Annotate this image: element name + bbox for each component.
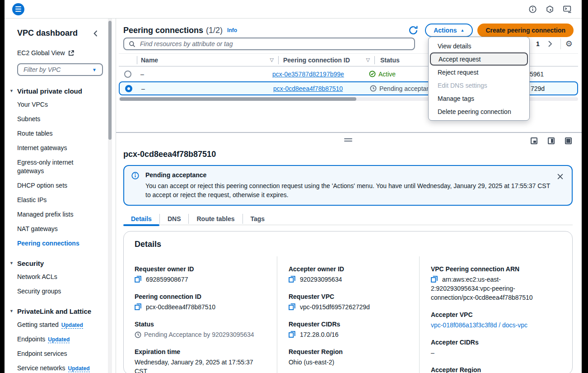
panel-position-side-icon[interactable] bbox=[548, 137, 555, 144]
detail-field: Accepter owner ID 920293095634 bbox=[289, 265, 407, 284]
column-header-name[interactable]: Name bbox=[141, 57, 158, 64]
column-header-status[interactable]: Status bbox=[375, 57, 400, 64]
selection-count: (1/2) bbox=[206, 26, 223, 35]
tab-route-tables[interactable]: Route tables bbox=[189, 212, 242, 225]
section-header[interactable]: ▼ Virtual private cloud bbox=[17, 87, 103, 95]
peering-connection-id-link[interactable]: pcx-0cd8eea4f78b87510 bbox=[273, 85, 343, 92]
field-value: Wednesday, January 29, 2025 at 17:55:37 … bbox=[135, 359, 253, 373]
field-value: pcx-0cd8eea4f78b87510 bbox=[146, 303, 215, 311]
split-panel-drag-handle[interactable] bbox=[344, 138, 352, 143]
field-value: vpc-018f086a13f3c3f8d / docs-vpc bbox=[431, 321, 527, 329]
menu-item[interactable]: Edit DNS settings bbox=[429, 79, 529, 92]
sidebar-item[interactable]: Your VPCs bbox=[17, 100, 98, 109]
sidebar-item[interactable]: DHCP option sets bbox=[17, 181, 98, 190]
close-icon[interactable] bbox=[555, 171, 565, 183]
field-value: 172.28.0.0/16 bbox=[300, 331, 339, 338]
amazon-q-icon[interactable] bbox=[546, 5, 554, 13]
copy-icon[interactable] bbox=[431, 276, 438, 283]
detail-field: Accepter Region Ohio (us-east-2) bbox=[431, 366, 550, 373]
table-preferences-gear-icon[interactable]: ⚙ bbox=[565, 40, 573, 48]
status-pending-icon bbox=[135, 331, 141, 338]
external-link-icon bbox=[68, 50, 74, 56]
scrollbar-thumb[interactable] bbox=[108, 21, 112, 140]
menu-item[interactable]: Reject request bbox=[429, 66, 529, 79]
copy-icon[interactable] bbox=[289, 331, 295, 338]
field-value: Pending Acceptance by 920293095634 bbox=[144, 331, 254, 338]
create-peering-connection-button[interactable]: Create peering connection bbox=[477, 24, 574, 37]
detail-field: Peering connection ID pcx-0cd8eea4f78b87… bbox=[135, 293, 265, 312]
menu-item[interactable]: View details bbox=[429, 39, 529, 52]
next-page-button[interactable] bbox=[544, 40, 556, 47]
sidebar-item-ec2-global-view[interactable]: EC2 Global View bbox=[17, 49, 74, 57]
info-icon[interactable] bbox=[529, 5, 537, 13]
row-radio-button[interactable] bbox=[124, 71, 131, 78]
copy-icon[interactable] bbox=[289, 303, 295, 310]
refresh-button[interactable] bbox=[408, 25, 419, 36]
field-label: Accepter VPC bbox=[431, 311, 550, 318]
row-radio-button[interactable] bbox=[125, 85, 132, 92]
detail-field: Requester CIDRs 172.28.0.0/16 bbox=[289, 321, 407, 339]
tab-dns[interactable]: DNS bbox=[160, 212, 189, 225]
section-header[interactable]: ▼ Security bbox=[17, 260, 103, 267]
split-panel-layout-buttons bbox=[531, 137, 572, 144]
sidebar-item[interactable]: EndpointsUpdated bbox=[17, 335, 98, 344]
peering-connection-id-link[interactable]: pcx-0e35787d82197b99e bbox=[272, 71, 344, 78]
sidebar-title: VPC dashboard bbox=[17, 28, 78, 38]
sidebar-item[interactable]: Route tables bbox=[17, 129, 98, 138]
field-label: VPC Peering connection ARN bbox=[431, 265, 550, 273]
detail-field: Accepter CIDRs – bbox=[431, 339, 550, 357]
actions-dropdown-menu: View detailsAccept requestReject request… bbox=[428, 37, 530, 121]
scrollbar-thumb[interactable] bbox=[120, 97, 356, 101]
sidebar-collapse-icon[interactable] bbox=[93, 30, 98, 37]
field-value: Ohio (us-east-2) bbox=[289, 359, 334, 366]
sidebar-item[interactable]: Managed prefix lists bbox=[17, 210, 98, 219]
panel-position-bottom-icon[interactable] bbox=[531, 137, 537, 144]
field-label: Status bbox=[135, 321, 265, 328]
page-title: Peering connections bbox=[123, 26, 203, 35]
panel-position-full-icon[interactable] bbox=[565, 137, 572, 144]
top-navigation-bar bbox=[5, 0, 582, 19]
filter-by-vpc-select[interactable]: Filter by VPC ▼ bbox=[17, 63, 103, 76]
sort-icon[interactable]: ▽ bbox=[270, 57, 278, 63]
cloudshell-icon[interactable] bbox=[563, 5, 572, 13]
column-header-peering-id[interactable]: Peering connection ID bbox=[283, 57, 350, 64]
tab-details[interactable]: Details bbox=[123, 212, 159, 225]
menu-item[interactable]: Manage tags bbox=[429, 92, 529, 105]
sidebar-item[interactable]: Getting startedUpdated bbox=[17, 321, 98, 330]
sidebar-item[interactable]: Peering connections bbox=[17, 239, 98, 248]
sidebar-item[interactable]: Endpoint services bbox=[17, 349, 98, 359]
menu-item[interactable]: Accept request bbox=[430, 52, 528, 66]
actions-button[interactable]: Actions ▲ bbox=[425, 24, 473, 37]
pagination: 1 ⚙ bbox=[532, 38, 573, 49]
sidebar-item[interactable]: Elastic IPs bbox=[17, 196, 98, 205]
field-label: Accepter owner ID bbox=[289, 265, 407, 273]
field-value: – bbox=[431, 349, 434, 356]
section-expand-icon: ▼ bbox=[9, 261, 14, 265]
copy-icon[interactable] bbox=[289, 276, 295, 283]
menu-item[interactable]: Delete peering connection bbox=[429, 105, 529, 118]
panel-heading: pcx-0cd8eea4f78b87510 bbox=[123, 150, 573, 159]
copy-icon[interactable] bbox=[135, 303, 141, 310]
sidebar-item[interactable]: NAT gateways bbox=[17, 225, 98, 234]
sort-icon[interactable]: ▽ bbox=[366, 57, 374, 63]
info-link[interactable]: Info bbox=[227, 27, 237, 33]
info-icon bbox=[131, 172, 139, 179]
sidebar-item[interactable]: Service networksUpdated bbox=[17, 364, 98, 373]
topbar-utilities bbox=[529, 5, 572, 13]
tab-tags[interactable]: Tags bbox=[243, 212, 273, 225]
section-expand-icon: ▼ bbox=[9, 309, 14, 313]
sidebar-item[interactable]: Subnets bbox=[17, 115, 98, 124]
sidebar-scrollbar[interactable] bbox=[108, 19, 112, 373]
cell-name: – bbox=[131, 71, 268, 78]
section-header[interactable]: ▼ PrivateLink and Lattice bbox=[17, 307, 103, 315]
copy-icon[interactable] bbox=[135, 276, 141, 283]
sidebar-item[interactable]: Internet gateways bbox=[17, 144, 98, 153]
sidebar-section-privatelink: ▼ PrivateLink and Lattice Getting starte… bbox=[17, 307, 103, 373]
sidebar-item[interactable]: Network ACLs bbox=[17, 273, 98, 282]
services-menu-button[interactable] bbox=[12, 3, 24, 15]
details-card: Details Requester owner ID 692859908677 … bbox=[123, 231, 573, 373]
field-value: 920293095634 bbox=[300, 276, 342, 283]
sidebar-item[interactable]: Egress-only internet gateways bbox=[17, 158, 98, 176]
sidebar-item[interactable]: Security groups bbox=[17, 287, 98, 296]
search-input[interactable] bbox=[139, 40, 410, 48]
